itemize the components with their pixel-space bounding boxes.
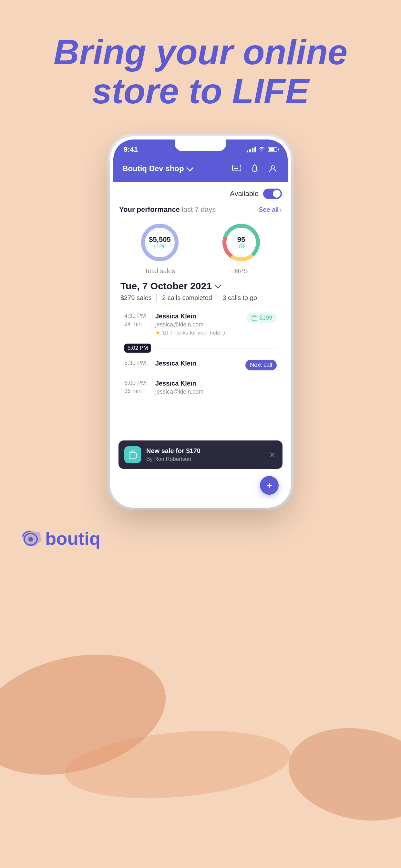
time-col-3: 6:00 PM 35 min [124, 380, 150, 397]
available-toggle[interactable] [263, 189, 282, 199]
time-col-2: 5:30 PM [124, 360, 150, 370]
toast-subtitle: By Ron Robertson [146, 456, 263, 462]
duration-3: 35 min [124, 388, 150, 395]
performance-title-area: Your performance last 7 days [119, 206, 216, 214]
performance-title-bold: Your performance [119, 206, 180, 213]
time-col-1: 4:30 PM 24 min [124, 313, 150, 336]
shop-selector[interactable]: Boutiq Dev shop [122, 164, 192, 173]
wifi-icon [258, 146, 265, 153]
toast-content: New sale for $170 By Ron Robertson [146, 447, 263, 462]
toast-bag-icon [128, 450, 137, 459]
hero-line-2: store to LIFE [92, 71, 309, 111]
call-name-3: Jessica Klein [155, 380, 277, 387]
time-1: 4:30 PM [124, 313, 150, 319]
nps-donut: 95 ↑ 5% [220, 221, 262, 264]
nps-percent: 5% [239, 244, 246, 250]
duration-1: 24 min [124, 321, 150, 328]
sales-chart: $5,505 ↑ 12% Total sales [139, 221, 181, 275]
performance-header: Your performance last 7 days See all › [119, 206, 282, 214]
svg-rect-8 [252, 316, 257, 320]
boutiq-brand-name: boutiq [45, 528, 100, 549]
toast-close-button[interactable] [268, 450, 277, 459]
sales-change: ↑ 12% [149, 244, 171, 250]
time-2: 5:30 PM [124, 360, 150, 367]
date-row: Tue, 7 October 2021 [120, 281, 281, 291]
call-email-1: jessica@klein.com [155, 321, 242, 328]
bell-icon[interactable] [249, 163, 260, 175]
date-section: Tue, 7 October 2021 $279 sales │ 2 calls… [119, 281, 282, 302]
time-divider: 5:02 PM [119, 341, 282, 355]
separator-1: │ [155, 294, 159, 302]
footer-brand: boutiq [0, 527, 100, 550]
phone-body: 9:41 [110, 136, 291, 507]
stats-row: $279 sales │ 2 calls completed │ 3 calls… [120, 294, 281, 302]
see-all-label: See all [258, 206, 278, 213]
performance-period: last 7 days [182, 206, 216, 213]
svg-rect-0 [233, 165, 241, 171]
sales-stat: $279 sales [120, 294, 152, 302]
sales-label: Total sales [145, 268, 175, 275]
timeline-item-1: 4:30 PM 24 min Jessica Klein jessica@kle… [119, 308, 282, 341]
nps-donut-center: 95 ↑ 5% [236, 236, 246, 250]
boutiq-icon [19, 527, 42, 550]
bg-decoration-2 [281, 717, 401, 832]
nps-label: NPS [235, 268, 248, 275]
call-name-2: Jessica Klein [155, 360, 240, 367]
message-icon[interactable] [231, 163, 243, 175]
status-icons [247, 146, 277, 153]
status-time: 9:41 [124, 145, 138, 154]
review-score-1: 10 [162, 330, 168, 336]
phone-mockup: 9:41 [110, 136, 291, 507]
separator-2: │ [215, 294, 220, 302]
time-3: 6:00 PM [124, 380, 150, 386]
toast-icon [124, 446, 141, 463]
hero-section: Bring your online store to LIFE [28, 32, 374, 111]
date-title: Tue, 7 October 2021 [120, 281, 212, 291]
content-area: Available Your performance last 7 days S… [113, 182, 288, 504]
charts-row: $5,505 ↑ 12% Total sales [119, 221, 282, 275]
nps-arrow: ↑ [236, 244, 238, 250]
person-icon[interactable] [267, 163, 279, 175]
see-all-button[interactable]: See all › [258, 206, 282, 213]
call-review-1: ★ 10 Thanks for your help :) [155, 330, 242, 336]
signal-icon [247, 147, 256, 152]
call-email-3: jessica@klein.com [155, 389, 277, 395]
timeline-item-3: 6:00 PM 35 min Jessica Klein jessica@kle… [119, 375, 282, 401]
available-label: Available [230, 190, 258, 198]
calls-completed-stat: 2 calls completed [162, 294, 212, 302]
sale-badge-1: $109 [247, 313, 277, 323]
timeline: 4:30 PM 24 min Jessica Klein jessica@kle… [119, 308, 282, 401]
sales-arrow: ↑ [153, 244, 156, 250]
shop-name: Boutiq Dev shop [122, 164, 184, 173]
nps-change: ↑ 5% [236, 244, 246, 250]
boutiq-logo: boutiq [19, 527, 100, 550]
star-icon: ★ [155, 330, 160, 336]
nps-chart: 95 ↑ 5% NPS [220, 221, 262, 275]
toast-title: New sale for $170 [146, 447, 263, 455]
hero-title: Bring your online store to LIFE [54, 32, 348, 111]
available-row: Available [119, 189, 282, 199]
divider-time-label: 5:02 PM [124, 344, 151, 352]
sales-value: $5,505 [149, 236, 171, 244]
call-info-2: Jessica Klein [155, 360, 240, 370]
call-info-3: Jessica Klein jessica@klein.com [155, 380, 277, 397]
sales-donut-center: $5,505 ↑ 12% [149, 236, 171, 250]
svg-rect-9 [129, 453, 136, 458]
calls-to-go-stat: 3 calls to go [222, 294, 257, 302]
header-icons [231, 163, 279, 175]
nps-value: 95 [236, 236, 246, 244]
call-info-1: Jessica Klein jessica@klein.com ★ 10 Tha… [155, 313, 242, 336]
divider-line [155, 348, 277, 348]
date-chevron-icon[interactable] [215, 282, 221, 289]
next-call-label: Next call [250, 362, 272, 368]
fab-button[interactable]: + [260, 476, 279, 495]
cart-icon [251, 315, 257, 321]
sales-donut: $5,505 ↑ 12% [139, 221, 181, 264]
call-name-1: Jessica Klein [155, 313, 242, 320]
hero-line-1: Bring your online [54, 32, 348, 72]
app-header: Boutiq Dev shop [113, 158, 288, 182]
sale-amount-1: $109 [259, 314, 272, 321]
phone-notch [175, 140, 226, 151]
next-call-badge: Next call [245, 360, 277, 370]
timeline-item-2: 5:30 PM Jessica Klein Next call [119, 355, 282, 375]
